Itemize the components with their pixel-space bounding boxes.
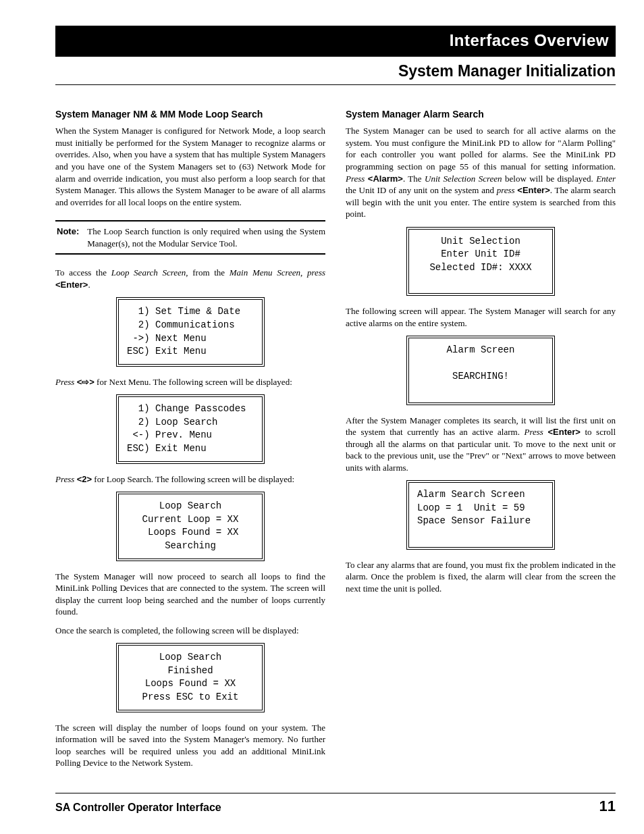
text: for Loop Search. The following screen wi… xyxy=(92,474,294,484)
text-italic: press xyxy=(497,185,515,195)
lcd-line: Current Loop = XX xyxy=(127,513,254,527)
page: Interfaces Overview System Manager Initi… xyxy=(0,0,644,834)
key-enter: <Enter> xyxy=(547,427,580,437)
lcd-screen-next-menu: 1) Change Passcodes 2) Loop Search <-) P… xyxy=(116,394,265,463)
note-label: Note: xyxy=(55,226,79,249)
text: , from the xyxy=(186,267,229,278)
lcd-line: Alarm Search Screen xyxy=(417,488,544,502)
key-open: < xyxy=(77,377,82,387)
page-footer: SA Controller Operator Interface 11 xyxy=(55,793,616,816)
left-p2: To access the Loop Search Screen, from t… xyxy=(55,267,325,290)
left-p3: Press <⇨> for Next Menu. The following s… xyxy=(55,376,325,388)
right-p4: To clear any alarms that are found, you … xyxy=(346,559,616,595)
left-p4: Press <2> for Loop Search. The following… xyxy=(55,473,325,486)
lcd-screen-unit-selection: Unit Selection Enter Unit ID# Selected I… xyxy=(406,227,555,296)
note-box: Note: The Loop Search function is only r… xyxy=(55,220,325,255)
note-text: The Loop Search function is only require… xyxy=(87,226,325,249)
text-italic: Unit Selection Screen xyxy=(425,174,502,184)
text-italic: Enter xyxy=(596,174,616,184)
text: The System Manager can be used to search… xyxy=(346,126,616,172)
text-italic: Press xyxy=(524,427,543,437)
lcd-line: Loops Found = XX xyxy=(127,526,254,540)
content-columns: System Manager NM & MM Mode Loop Search … xyxy=(55,108,616,775)
text: . xyxy=(88,280,90,290)
lcd-line: Loops Found = XX xyxy=(127,677,254,691)
left-p5: The System Manager will now proceed to s… xyxy=(55,571,325,618)
text: To access the xyxy=(55,267,111,278)
text: . The xyxy=(403,174,425,184)
lcd-line: Alarm Screen xyxy=(417,344,544,357)
text-italic: Press xyxy=(346,174,365,184)
lcd-screen-loop-search: Loop Search Current Loop = XX Loops Foun… xyxy=(116,492,265,561)
lcd-line: SEARCHING! xyxy=(417,370,544,384)
left-p6: Once the search is completed, the follow… xyxy=(55,625,325,637)
text-italic: Press xyxy=(55,377,74,387)
text-italic: Main Menu Screen xyxy=(230,267,300,278)
key-enter: <Enter> xyxy=(517,185,549,195)
lcd-screen-loop-finished: Loop Search Finished Loops Found = XX Pr… xyxy=(116,643,265,712)
text-italic: Press xyxy=(55,474,74,484)
page-title: System Manager Initialization xyxy=(55,57,616,85)
text: the Unit ID of any unit on the system an… xyxy=(346,185,497,195)
lcd-screen-alarm: Alarm Screen SEARCHING! xyxy=(406,336,555,405)
footer-title: SA Controller Operator Interface xyxy=(55,800,221,815)
lcd-line: Space Sensor Failure xyxy=(417,515,544,528)
right-p2: The following screen will appear. The Sy… xyxy=(346,305,616,329)
lcd-line: Enter Unit ID# xyxy=(417,248,544,261)
lcd-line: Loop Search xyxy=(127,500,254,513)
lcd-line: Loop = 1 Unit = 59 xyxy=(417,502,544,515)
right-p1: The System Manager can be used to search… xyxy=(346,125,616,219)
text-italic: press xyxy=(307,267,325,278)
right-column: System Manager Alarm Search The System M… xyxy=(346,108,616,775)
left-p1: When the System Manager is configured fo… xyxy=(55,125,325,208)
right-p3: After the System Manager completes its s… xyxy=(346,415,616,474)
arrow-right-icon: ⇨ xyxy=(82,376,89,388)
text: for Next Menu. The following screen will… xyxy=(95,377,292,387)
text: below will be displayed. xyxy=(502,174,597,184)
lcd-line: Selected ID#: XXXX xyxy=(417,261,544,275)
key-enter: <Enter> xyxy=(55,280,88,290)
page-number: 11 xyxy=(599,796,616,816)
key-two: <2> xyxy=(77,474,92,484)
text-italic: Loop Search Screen xyxy=(111,267,186,278)
section-banner: Interfaces Overview xyxy=(55,26,616,57)
left-p7: The screen will display the number of lo… xyxy=(55,722,325,769)
lcd-screen-main-menu: 1) Set Time & Date 2) Communications ->)… xyxy=(116,297,265,366)
right-heading: System Manager Alarm Search xyxy=(346,108,616,121)
key-close: > xyxy=(89,377,95,387)
lcd-line: Loop Search xyxy=(127,651,254,664)
lcd-screen-alarm-search: Alarm Search Screen Loop = 1 Unit = 59 S… xyxy=(406,480,555,549)
left-column: System Manager NM & MM Mode Loop Search … xyxy=(55,108,325,775)
left-heading: System Manager NM & MM Mode Loop Search xyxy=(55,108,325,121)
lcd-line: Searching xyxy=(127,540,254,553)
lcd-line: Unit Selection xyxy=(417,235,544,249)
lcd-line: Finished xyxy=(127,664,254,678)
lcd-line: Press ESC to Exit xyxy=(127,691,254,704)
key-alarm: <Alarm> xyxy=(368,174,403,184)
text: , xyxy=(300,267,307,278)
